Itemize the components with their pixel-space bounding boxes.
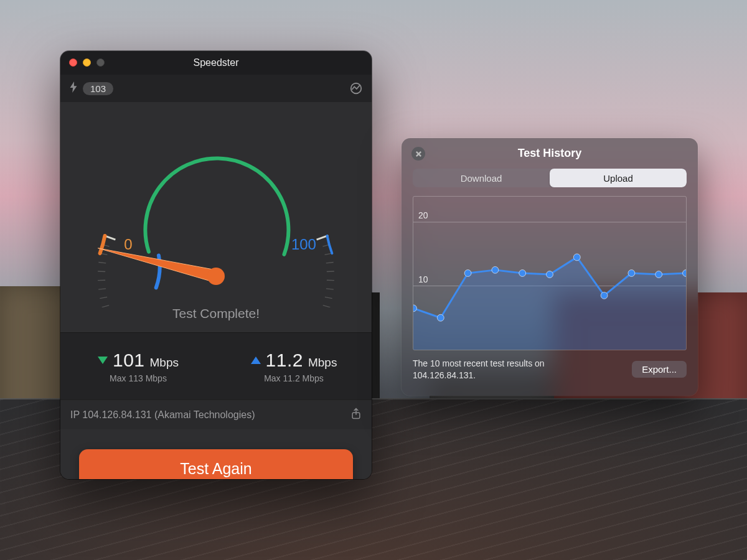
history-title: Test History xyxy=(518,147,582,159)
upload-value: 11.2 xyxy=(266,350,303,371)
window-title: Speedster xyxy=(194,57,239,68)
toolbar: 103 xyxy=(60,75,372,102)
test-again-button[interactable]: Test Again xyxy=(79,449,353,479)
tab-upload[interactable]: Upload xyxy=(550,169,687,187)
svg-line-39 xyxy=(325,297,332,298)
download-result: 101 Mbps Max 113 Mbps xyxy=(60,333,216,399)
svg-text:10: 10 xyxy=(418,274,428,284)
history-tabs: Download Upload xyxy=(413,169,687,187)
upload-arrow-icon xyxy=(251,357,261,364)
titlebar[interactable]: Speedster xyxy=(60,51,372,75)
upload-max: Max 11.2 Mbps xyxy=(264,373,324,383)
minimize-window-button[interactable] xyxy=(83,58,91,67)
svg-point-65 xyxy=(437,314,444,321)
share-icon[interactable] xyxy=(350,408,362,422)
svg-point-58 xyxy=(207,268,225,285)
history-footnote: The 10 most recent test results on 104.1… xyxy=(413,358,599,381)
svg-text:0: 0 xyxy=(124,236,132,253)
ip-row: IP 104.126.84.131 (Akamai Technologies) xyxy=(60,399,372,429)
svg-point-70 xyxy=(573,254,580,261)
close-window-button[interactable] xyxy=(69,58,77,67)
history-popover: Test History Download Upload 1020 The 10… xyxy=(402,138,698,396)
svg-point-71 xyxy=(601,292,608,299)
history-chart: 1020 xyxy=(413,196,687,350)
zoom-window-button[interactable] xyxy=(96,58,105,67)
bolt-icon xyxy=(69,82,78,95)
svg-point-68 xyxy=(519,270,526,277)
svg-line-3 xyxy=(98,263,106,263)
download-unit: Mbps xyxy=(150,356,179,370)
svg-point-72 xyxy=(628,270,635,277)
results-row: 101 Mbps Max 113 Mbps 11.2 Mbps Max 11.2… xyxy=(60,332,372,399)
upload-result: 11.2 Mbps Max 11.2 Mbps xyxy=(216,333,372,399)
svg-point-73 xyxy=(655,271,662,278)
download-max: Max 113 Mbps xyxy=(110,373,167,383)
svg-line-6 xyxy=(98,289,106,289)
speed-gauge: 020406080100 Test Complete! xyxy=(60,102,372,332)
traffic-lights xyxy=(69,58,105,67)
speedster-window: Speedster 103 020406080100 Test Complete… xyxy=(60,51,372,479)
svg-line-43 xyxy=(326,263,334,263)
history-icon[interactable] xyxy=(349,82,363,95)
svg-line-42 xyxy=(327,271,334,272)
download-arrow-icon xyxy=(98,357,108,364)
svg-point-66 xyxy=(464,270,471,277)
status-text: Test Complete! xyxy=(60,306,372,321)
ping-badge: 103 xyxy=(83,82,113,95)
export-button[interactable]: Export... xyxy=(632,361,687,378)
download-value: 101 xyxy=(113,350,145,371)
tab-download[interactable]: Download xyxy=(413,169,550,187)
svg-line-7 xyxy=(100,297,107,298)
history-chart-svg: 1020 xyxy=(413,197,686,350)
gauge-svg: 020406080100 xyxy=(60,102,372,307)
upload-unit: Mbps xyxy=(308,356,337,370)
close-icon[interactable] xyxy=(411,147,425,161)
svg-point-69 xyxy=(547,271,553,278)
svg-line-40 xyxy=(326,289,334,289)
svg-point-67 xyxy=(492,266,499,273)
svg-line-4 xyxy=(98,271,105,272)
svg-text:20: 20 xyxy=(418,210,428,220)
svg-text:100: 100 xyxy=(291,236,316,253)
ip-text: IP 104.126.84.131 (Akamai Technologies) xyxy=(70,409,255,421)
